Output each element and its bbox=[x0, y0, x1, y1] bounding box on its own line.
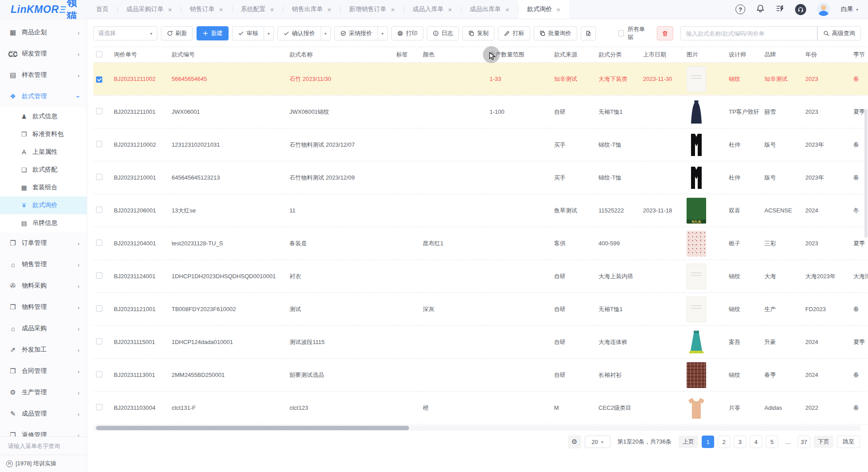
customer-service-icon[interactable] bbox=[795, 4, 806, 15]
column-header-market_date[interactable]: 上市日期 bbox=[640, 47, 684, 63]
confirm-quote-button[interactable]: 确认报价 bbox=[277, 26, 321, 40]
sidebar-subitem-5[interactable]: ▦套装组合 bbox=[0, 179, 87, 196]
tab-7[interactable]: 成品入库单× bbox=[404, 0, 461, 19]
row-checkbox[interactable] bbox=[96, 76, 102, 83]
page-number-5[interactable]: 5 bbox=[766, 436, 778, 448]
column-header-name[interactable]: 款式名称 bbox=[287, 47, 394, 63]
all-documents-toggle[interactable]: 所有单据 bbox=[618, 25, 650, 41]
row-checkbox[interactable] bbox=[96, 207, 102, 213]
adopt-quote-button[interactable]: 采纳报价 bbox=[334, 26, 378, 40]
close-tab-icon[interactable]: × bbox=[219, 6, 223, 13]
close-tab-icon[interactable]: × bbox=[448, 6, 452, 13]
close-tab-icon[interactable]: × bbox=[506, 6, 510, 13]
row-checkbox[interactable] bbox=[96, 371, 102, 377]
print-button[interactable]: 打印 bbox=[391, 26, 423, 40]
table-row[interactable]: BJ2023120600113大红se11鱼草测试115252222023-11… bbox=[93, 194, 868, 227]
column-header-season[interactable]: 季节 bbox=[851, 47, 868, 63]
prev-page-button[interactable]: 上页 bbox=[679, 436, 698, 448]
sidebar-item-9[interactable]: ⌂成品采购› bbox=[0, 318, 87, 339]
refresh-button[interactable]: 刷新 bbox=[161, 26, 193, 40]
column-header-tag[interactable]: 标签 bbox=[394, 47, 420, 63]
close-tab-icon[interactable]: × bbox=[327, 6, 331, 13]
row-checkbox[interactable] bbox=[96, 272, 102, 279]
sidebar-item-4[interactable]: ❖款式管理› bbox=[0, 86, 87, 107]
column-header-qty_range[interactable]: 生产数量范围 bbox=[487, 47, 551, 63]
page-number-37[interactable]: 37 bbox=[798, 436, 810, 448]
batch-inquiry-button[interactable]: 批量询价 bbox=[534, 26, 577, 40]
page-number-2[interactable]: 2 bbox=[718, 436, 730, 448]
column-header-style_no[interactable]: 款式编号 bbox=[169, 47, 287, 63]
sidebar-subitem-4[interactable]: ❏款式搭配 bbox=[0, 161, 87, 179]
tab-5[interactable]: 销售出库单× bbox=[283, 0, 340, 19]
vertical-scrollbar[interactable] bbox=[864, 109, 868, 238]
sidebar-item-1[interactable]: ▦商品企划› bbox=[0, 22, 87, 43]
sidebar-subitem-2[interactable]: ❐标准资料包 bbox=[0, 125, 87, 143]
export-button[interactable] bbox=[581, 26, 596, 40]
sidebar-item-13[interactable]: ✎成品管理› bbox=[0, 403, 87, 424]
column-header-id[interactable]: 询价单号 bbox=[111, 47, 169, 63]
tab-2[interactable]: 成品采购订单× bbox=[117, 0, 181, 19]
sidebar-item-3[interactable]: ▤样衣管理› bbox=[0, 64, 87, 86]
tab-1[interactable]: 首页 bbox=[87, 0, 117, 19]
jump-to-button[interactable]: 跳至 bbox=[837, 436, 860, 448]
table-row[interactable]: BJ20231211001JWX06001JWX06001锦纹1-100自研无袖… bbox=[93, 96, 868, 128]
close-tab-icon[interactable]: × bbox=[556, 6, 560, 13]
page-number-3[interactable]: 3 bbox=[734, 436, 746, 448]
table-row[interactable]: BJ20231204001test20231128-TU_S春装是昆布红1客供4… bbox=[93, 227, 868, 260]
row-checkbox[interactable] bbox=[96, 141, 102, 147]
sidebar-item-14[interactable]: ❒返修管理› bbox=[0, 424, 87, 436]
sidebar-subitem-6[interactable]: ¥款式询价 bbox=[0, 196, 87, 214]
user-menu[interactable]: 白果 ▾ bbox=[841, 5, 858, 13]
column-header-color[interactable]: 颜色 bbox=[420, 47, 487, 63]
page-size-select[interactable]: 20 ▾ bbox=[585, 436, 611, 448]
column-header-year[interactable]: 年份 bbox=[803, 47, 851, 63]
sidebar-subitem-1[interactable]: ♟款式信息 bbox=[0, 108, 87, 125]
table-row[interactable]: BJ20231121001TB008FDY2023F610002测试深灰自研无袖… bbox=[93, 293, 868, 326]
delete-button[interactable] bbox=[657, 26, 673, 40]
column-header-img[interactable]: 图片 bbox=[684, 47, 726, 63]
column-settings-button[interactable]: ⚙ bbox=[568, 435, 581, 448]
page-number-1[interactable]: 1 bbox=[702, 436, 714, 448]
tab-4[interactable]: 系统配置× bbox=[232, 0, 283, 19]
table-row[interactable]: BJ202311150011DHCP124dada010001测试波段1115自… bbox=[93, 326, 868, 359]
new-button[interactable]: 新建 bbox=[197, 26, 229, 40]
sidebar-item-6[interactable]: ⌂销售管理› bbox=[0, 254, 87, 275]
mark-button[interactable]: 打标 bbox=[498, 26, 530, 40]
audit-button[interactable]: 审核 bbox=[232, 26, 264, 40]
row-checkbox[interactable] bbox=[96, 108, 102, 114]
sidebar-item-5[interactable]: ❐订单管理› bbox=[0, 232, 87, 254]
sidebar-subitem-3[interactable]: A上架属性 bbox=[0, 143, 87, 161]
table-row[interactable]: BJ202311130012MM2455BD250001韶要测试选品自研长袖衬衫… bbox=[93, 359, 868, 392]
table-row[interactable]: BJ20231103004ctct131-Fctct123橙MCEC2级类目片苓… bbox=[93, 392, 868, 424]
menu-search-input[interactable] bbox=[7, 442, 80, 450]
all-documents-checkbox[interactable] bbox=[618, 30, 624, 36]
tab-9[interactable]: 款式询价× bbox=[518, 0, 569, 19]
task-flash-icon[interactable] bbox=[776, 4, 784, 15]
tab-6[interactable]: 新增销售订单× bbox=[340, 0, 404, 19]
sidebar-item-10[interactable]: ⇗外发加工› bbox=[0, 339, 87, 360]
close-tab-icon[interactable]: × bbox=[270, 6, 274, 13]
user-avatar[interactable] bbox=[817, 3, 830, 16]
column-header-category[interactable]: 款式分类 bbox=[596, 47, 640, 63]
tab-8[interactable]: 成品出库单× bbox=[461, 0, 518, 19]
adopt-quote-button-dropdown[interactable]: ▾ bbox=[378, 26, 388, 40]
close-tab-icon[interactable]: × bbox=[168, 6, 172, 13]
filter-select[interactable]: 请选择 ▾ bbox=[93, 26, 157, 40]
confirm-quote-button-dropdown[interactable]: ▾ bbox=[321, 26, 331, 40]
row-checkbox[interactable] bbox=[96, 305, 102, 312]
horizontal-scrollbar-thumb[interactable] bbox=[96, 426, 409, 430]
table-row[interactable]: BJ20231210001645645645123213石竹物料测试 2023/… bbox=[93, 161, 868, 194]
tab-3[interactable]: 销售订单× bbox=[181, 0, 232, 19]
advanced-search-button[interactable]: 高级查询 bbox=[817, 26, 861, 40]
row-checkbox[interactable] bbox=[96, 338, 102, 344]
sidebar-item-2[interactable]: CC研发管理› bbox=[0, 43, 87, 64]
column-header-source[interactable]: 款式来源 bbox=[551, 47, 596, 63]
row-checkbox[interactable] bbox=[96, 174, 102, 180]
row-checkbox[interactable] bbox=[96, 240, 102, 246]
column-header-designer[interactable]: 设计师 bbox=[726, 47, 762, 63]
style-search-input[interactable] bbox=[680, 26, 817, 40]
copy-button[interactable]: 复制 bbox=[462, 26, 494, 40]
table-row[interactable]: BJ2023121100256645654645石竹 2023/11/301-3… bbox=[93, 63, 868, 96]
help-icon[interactable]: ? bbox=[735, 4, 745, 14]
bell-icon[interactable] bbox=[756, 4, 765, 15]
